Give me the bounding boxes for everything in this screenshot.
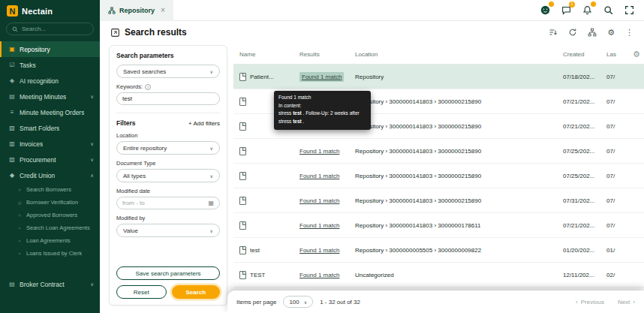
modified-by-select[interactable]: Value ∨ [116,224,220,237]
results-link[interactable]: Found 1 match [299,148,339,155]
brand-logo: N Nectain [0,0,100,21]
chat-icon[interactable]: 1 [561,5,572,16]
sidebar-item[interactable]: ≡ Minute Meeting Orders [0,104,100,120]
add-filters-button[interactable]: + Add filters [188,120,220,127]
tab-repository[interactable]: Repository × [100,0,173,21]
row-location: Uncategorized [355,272,563,278]
table-row[interactable]: Found 1 match Repository › 3000000141803… [233,139,644,164]
tooltip-text-segment: test [293,119,302,124]
sidebar-item[interactable]: ◇ Borrower Verification [0,196,100,209]
table-row[interactable]: test Found 1 match Repository › 30000000… [233,238,644,263]
sidebar-search-input[interactable]: Search... [6,23,94,35]
column-location[interactable]: Location [355,51,563,58]
table-row[interactable]: TEST Found 1 match Uncategorized 12/11/2… [233,263,644,287]
results-range: 1 - 32 out of 32 [320,299,360,305]
column-settings-icon[interactable]: ⚙ [629,50,644,59]
table-row[interactable]: Found 1 match Repository › 3000000141803… [233,213,644,238]
document-icon [239,122,246,131]
assistant-icon[interactable] [540,5,551,16]
search-icon[interactable] [603,5,614,16]
table-header: Name Results Location Created Las ⚙ [233,45,644,65]
table-row[interactable]: Patient... Found 1 match Repository 07/1… [233,65,644,89]
sidebar-item-label: Loan Agreements [26,237,71,244]
sidebar-item-label: Repository [20,46,50,53]
sidebar-item-label: Search Loan Agreements [26,224,90,231]
reset-button[interactable]: Reset [116,285,167,299]
location-select[interactable]: Entire repository ∨ [116,141,220,155]
sidebar-item[interactable]: ▣ Repository [0,41,100,57]
expand-icon[interactable] [624,5,635,16]
calendar-icon[interactable]: ▦ [208,200,214,206]
sidebar-item[interactable]: ◈ AI recognition [0,73,100,89]
sidebar-item[interactable]: ☑ Tasks [0,57,100,73]
sidebar-item[interactable]: ▧ Smart Folders [0,120,100,136]
results-link[interactable]: Found 1 match [299,173,339,179]
column-results[interactable]: Results [299,51,355,58]
more-icon[interactable]: ⋮ [625,29,633,37]
toolbar: ⚙ ⋮ [549,28,633,37]
table-row[interactable]: Found 1 match Repository › 3000000141803… [233,164,644,188]
content-body: Search parameters Saved searches ∨ Keywo… [100,44,644,313]
results-link[interactable]: Found 1 match [299,247,339,254]
row-modified: 07/ [606,98,629,105]
sidebar-item[interactable]: ▨ Procurement ∨ [0,152,100,167]
tooltip-context-label: In content: [278,102,366,110]
column-created[interactable]: Created [563,51,606,58]
row-modified: 07/ [606,148,629,155]
document-icon [239,246,246,254]
saved-searches-select[interactable]: Saved searches ∨ [116,65,220,78]
row-location: Repository [355,74,563,80]
hierarchy-icon[interactable] [588,28,597,37]
keywords-input[interactable] [116,92,220,105]
info-icon: i [145,84,151,90]
row-created: 07/21/202... [563,123,606,130]
previous-label: Previous [581,299,604,305]
chevron-icon: ∨ [90,94,94,100]
bell-icon[interactable] [582,5,593,16]
sidebar-item[interactable]: ◆ Credit Union ∧ [0,167,100,183]
row-created: 07/31/202... [563,197,606,204]
notification-badge [549,2,554,7]
chevron-down-icon: ∨ [210,146,213,151]
next-page-button[interactable]: Next › [618,299,635,305]
results-link[interactable]: Found 1 match [299,222,339,229]
modified-date-input[interactable]: from - to ▦ [116,197,220,209]
results-link[interactable]: Found 1 match [299,197,339,204]
sidebar-item-icon: ▫ [17,226,23,230]
chevron-down-icon: ∨ [304,299,307,305]
modified-date-label: Modified date [116,188,220,194]
column-modified[interactable]: Las [606,51,629,58]
column-name[interactable]: Name [233,51,299,58]
sidebar-item[interactable]: ▤ Meeting Minutes ∨ [0,89,100,104]
settings-icon[interactable]: ⚙ [607,29,615,37]
sidebar-item[interactable]: ○ Approved Borrowers [0,209,100,221]
sidebar-item[interactable]: ▫ Loan Agreements [0,234,100,247]
results-link[interactable]: Found 1 match [299,272,339,278]
sidebar-item[interactable]: ▫ Search Loan Agreements [0,221,100,234]
save-search-parameters-button[interactable]: Save search parameters [116,266,220,280]
row-modified: 07/ [606,222,629,229]
sidebar-item[interactable]: ▤ Broker Contract ∨ [0,276,100,292]
items-per-page-select[interactable]: 100 ∨ [283,296,313,308]
results-table: Name Results Location Created Las ⚙ Pati… [227,45,644,313]
row-modified: 02/ [606,272,629,278]
refresh-icon[interactable] [568,28,577,37]
previous-page-button[interactable]: ‹ Previous [576,299,604,305]
row-modified: 01/ [606,247,629,254]
sidebar-item[interactable]: ▥ Invoices ∨ [0,136,100,152]
sidebar-item[interactable]: ○ Search Borrowers [0,183,100,196]
close-icon[interactable]: × [161,6,165,14]
row-modified: 07/ [606,197,629,204]
table-row[interactable]: Found 1 match Repository › 3000000141803… [233,188,644,213]
search-button[interactable]: Search [172,285,221,299]
search-match-tooltip: Found 1 match In content: stress test . … [274,91,371,130]
sidebar-item-label: Invoices [20,140,43,148]
tooltip-text-segment: test [293,110,302,116]
chevron-icon: ∨ [90,157,94,163]
document-type-select[interactable]: All types ∨ [116,169,220,182]
sidebar-item[interactable]: ▫ Loans Issued by Clerk [0,247,100,260]
sort-icon[interactable] [549,28,558,37]
results-link[interactable]: Found 1 match [299,72,344,82]
app-window: N Nectain Search... ▣ Repository ☑ Tasks [0,0,644,313]
row-location: Repository › 3000000141803 › 30000001786… [355,222,563,229]
